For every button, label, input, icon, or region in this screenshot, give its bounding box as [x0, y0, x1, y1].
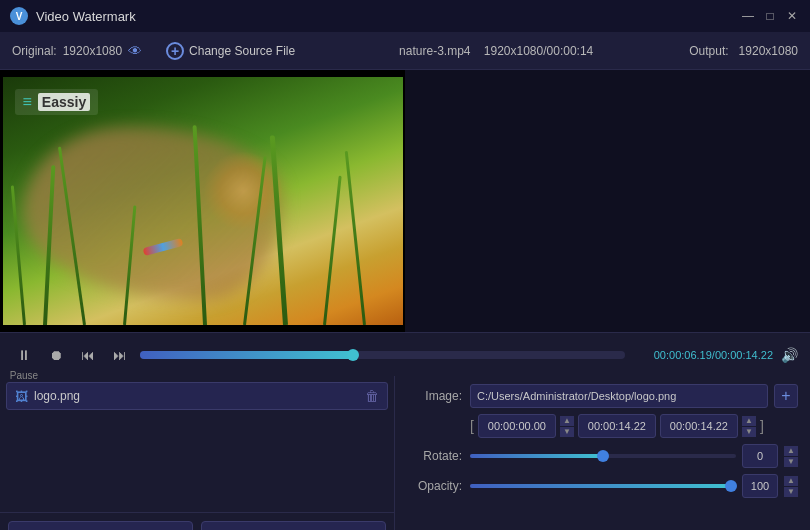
video-preview[interactable]: ≡ Eassiy [0, 70, 405, 332]
time-end-spinner: ▲ ▼ [742, 416, 756, 437]
app-icon: V [10, 7, 28, 25]
title-bar: V Video Watermark — □ ✕ [0, 0, 810, 32]
time-start-spinner: ▲ ▼ [560, 416, 574, 437]
change-source-label: Change Source File [189, 44, 295, 58]
add-text-watermark-button[interactable]: + Text Watermark [8, 521, 193, 530]
pause-container: ⏸ Pause [12, 343, 36, 367]
maximize-button[interactable]: □ [762, 8, 778, 24]
top-bar: Original: 1920x1080 👁 + Change Source Fi… [0, 32, 810, 70]
add-image-watermark-button[interactable]: + Image Watermark [201, 521, 386, 530]
change-source-button[interactable]: + Change Source File [158, 38, 303, 64]
file-name: nature-3.mp4 [399, 44, 470, 58]
time-end-down[interactable]: ▼ [742, 427, 756, 437]
original-label: Original: [12, 44, 57, 58]
app-icon-text: V [16, 11, 23, 22]
eye-icon[interactable]: 👁 [128, 43, 142, 59]
rotate-down[interactable]: ▼ [784, 457, 798, 467]
time-range-row: [ ▲ ▼ ▲ ▼ ] [407, 414, 798, 438]
next-frame-button[interactable]: ⏭ [108, 343, 132, 367]
rotate-label: Rotate: [407, 449, 462, 463]
add-buttons-row: + Text Watermark + Image Watermark [0, 512, 394, 530]
bracket-left: [ [470, 418, 474, 434]
file-details: 1920x1080/00:00:14 [484, 44, 593, 58]
image-item-icon: 🖼 [15, 389, 28, 404]
controls-bar: ⏸ Pause ⏺ ⏮ ⏭ 00:00:06.19/00:00:14.22 🔊 [0, 332, 810, 376]
main-content: ≡ Eassiy [0, 70, 810, 332]
image-value: + [470, 384, 798, 408]
video-frame: ≡ Eassiy [3, 77, 403, 325]
left-panel: 🖼 logo.png 🗑 + Text Watermark + Image Wa… [0, 376, 395, 530]
rotate-slider-thumb[interactable] [597, 450, 609, 462]
pause-button[interactable]: ⏸ [12, 343, 36, 367]
item-name: logo.png [34, 389, 359, 403]
rotate-row: Rotate: ▲ ▼ [407, 444, 798, 468]
window-controls: — □ ✕ [740, 8, 800, 24]
close-button[interactable]: ✕ [784, 8, 800, 24]
image-path-input[interactable] [470, 384, 768, 408]
output-label-top: Output: [689, 44, 728, 58]
output-info: Output: 1920x1080 [689, 44, 798, 58]
rotate-value: ▲ ▼ [470, 444, 798, 468]
minimize-button[interactable]: — [740, 8, 756, 24]
pause-label: Pause [10, 370, 38, 381]
opacity-input[interactable] [742, 474, 778, 498]
plus-circle-icon: + [166, 42, 184, 60]
delete-icon[interactable]: 🗑 [365, 388, 379, 404]
opacity-spinner: ▲ ▼ [784, 476, 798, 497]
file-info: nature-3.mp4 1920x1080/00:00:14 [319, 44, 673, 58]
bracket-right: ] [760, 418, 764, 434]
stop-button[interactable]: ⏺ [44, 343, 68, 367]
time-end2-input[interactable] [660, 414, 738, 438]
volume-icon[interactable]: 🔊 [781, 347, 798, 363]
add-image-button[interactable]: + [774, 384, 798, 408]
progress-fill [140, 351, 353, 359]
rotate-up[interactable]: ▲ [784, 446, 798, 456]
opacity-row: Opacity: ▲ ▼ [407, 474, 798, 498]
rotate-slider[interactable] [470, 454, 736, 458]
time-end-up[interactable]: ▲ [742, 416, 756, 426]
right-dark-area [405, 70, 810, 332]
rotate-spinner: ▲ ▼ [784, 446, 798, 467]
opacity-value: ▲ ▼ [470, 474, 798, 498]
opacity-slider-thumb[interactable] [725, 480, 737, 492]
opacity-down[interactable]: ▼ [784, 487, 798, 497]
original-info: Original: 1920x1080 👁 [12, 43, 142, 59]
opacity-up[interactable]: ▲ [784, 476, 798, 486]
logo-icon: ≡ [23, 93, 32, 111]
original-resolution: 1920x1080 [63, 44, 122, 58]
opacity-slider-fill [470, 484, 731, 488]
bottom-panel: 🖼 logo.png 🗑 + Text Watermark + Image Wa… [0, 376, 810, 530]
opacity-label: Opacity: [407, 479, 462, 493]
time-range: [ ▲ ▼ ▲ ▼ ] [470, 414, 764, 438]
time-display: 00:00:06.19/00:00:14.22 [633, 349, 773, 361]
opacity-slider[interactable] [470, 484, 736, 488]
watermark-overlay: ≡ Eassiy [15, 89, 99, 115]
rotate-input[interactable] [742, 444, 778, 468]
logo-text: Eassiy [38, 93, 90, 111]
image-row: Image: + [407, 384, 798, 408]
right-panel: Image: + [ ▲ ▼ ▲ ▼ ] [395, 376, 810, 530]
time-start-up[interactable]: ▲ [560, 416, 574, 426]
list-item[interactable]: 🖼 logo.png 🗑 [6, 382, 388, 410]
time-start-down[interactable]: ▼ [560, 427, 574, 437]
output-resolution: 1920x1080 [739, 44, 798, 58]
progress-thumb[interactable] [347, 349, 359, 361]
image-label: Image: [407, 389, 462, 403]
rotate-slider-fill [470, 454, 603, 458]
watermark-list: 🖼 logo.png 🗑 [0, 376, 394, 512]
time-start-input[interactable] [478, 414, 556, 438]
time-end-input[interactable] [578, 414, 656, 438]
progress-bar[interactable] [140, 351, 625, 359]
app-title: Video Watermark [36, 9, 732, 24]
prev-frame-button[interactable]: ⏮ [76, 343, 100, 367]
